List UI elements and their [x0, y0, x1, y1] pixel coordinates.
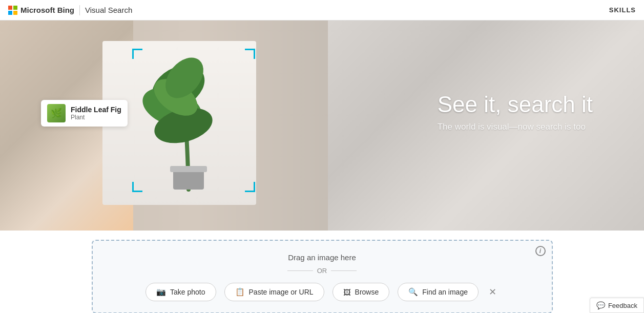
take-photo-label: Take photo [170, 288, 205, 296]
paste-icon: 📋 [235, 287, 245, 297]
header-divider [79, 5, 80, 15]
brand-name: Microsoft Bing [20, 6, 74, 14]
find-image-button[interactable]: 🔍 Find an image [398, 283, 479, 301]
skills-button[interactable]: SKILLS [609, 6, 636, 14]
browse-icon: 🖼 [343, 288, 351, 297]
bing-logo: Microsoft Bing [8, 6, 74, 15]
or-divider: OR [103, 267, 542, 275]
find-image-label: Find an image [422, 288, 468, 296]
hero-text: See it, search it The world is visual—no… [438, 92, 593, 132]
hero-headline: See it, search it [438, 92, 593, 117]
browse-label: Browse [355, 288, 379, 296]
plant-name: Fiddle Leaf Fig [71, 106, 121, 114]
upload-area: i Drag an image here OR 📷 Take photo 📋 P… [92, 240, 553, 313]
drag-text: Drag an image here [103, 253, 542, 262]
camera-icon: 📷 [156, 287, 166, 297]
header-left: Microsoft Bing Visual Search [8, 5, 132, 15]
feedback-label: Feedback [608, 302, 637, 309]
plant-type: Plant [71, 114, 121, 121]
hero-section: 🌿 Fiddle Leaf Fig Plant See it, search i… [0, 20, 644, 231]
take-photo-button[interactable]: 📷 Take photo [146, 283, 216, 301]
svg-rect-6 [170, 166, 207, 172]
page-title: Visual Search [85, 6, 132, 14]
plant-label-popup[interactable]: 🌿 Fiddle Leaf Fig Plant [41, 100, 128, 127]
browse-button[interactable]: 🖼 Browse [333, 283, 390, 301]
info-icon[interactable]: i [535, 246, 546, 256]
microsoft-logo-icon [8, 6, 17, 15]
search-icon: 🔍 [408, 287, 418, 297]
close-find-image-button[interactable]: ✕ [487, 283, 498, 301]
feedback-button[interactable]: 💬 Feedback [590, 298, 644, 313]
header: Microsoft Bing Visual Search SKILLS [0, 0, 644, 20]
plant-thumbnail: 🌿 [47, 104, 66, 122]
plant-illustration [127, 46, 250, 195]
plant-info: Fiddle Leaf Fig Plant [71, 106, 121, 121]
feedback-icon: 💬 [596, 301, 605, 309]
paste-image-label: Paste image or URL [249, 288, 314, 296]
hero-subtext: The world is visual—now search is too [438, 122, 593, 132]
paste-image-button[interactable]: 📋 Paste image or URL [224, 283, 324, 301]
upload-buttons: 📷 Take photo 📋 Paste image or URL 🖼 Brow… [103, 283, 542, 301]
